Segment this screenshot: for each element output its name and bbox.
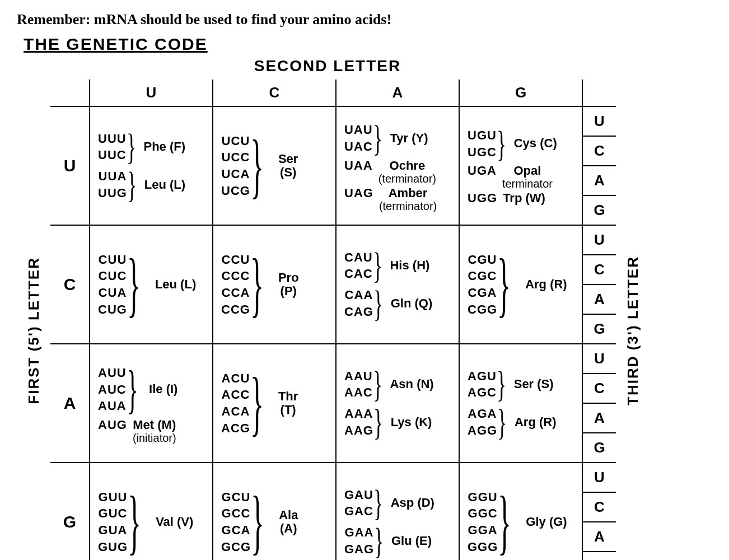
codon: GUG <box>98 539 128 556</box>
codon: AUG <box>98 417 127 433</box>
amino-acid-label: Ala(A) <box>279 508 298 535</box>
third-letter-A-U: U <box>582 344 616 374</box>
col-header-G: G <box>459 80 582 106</box>
amino-acid-label: Phe (F) <box>143 140 185 153</box>
codon: CGU <box>468 251 497 268</box>
corner-blank <box>50 80 90 106</box>
cell-G-U: GUUGUCGUAGUG}Val (V) <box>90 463 213 560</box>
cell-U-A: UAUUAC}Tyr (Y)UAAOchre(terminator)UAGAmb… <box>336 106 459 225</box>
codon: AGG <box>468 422 497 439</box>
col-header-C: C <box>213 80 336 106</box>
codon: GGU <box>468 489 498 506</box>
codon-list: ACUACCACAACG <box>221 370 250 437</box>
amino-acid-label: Ser (S) <box>514 377 554 391</box>
codon: AGU <box>468 368 497 385</box>
codon: CGC <box>468 268 497 284</box>
codon-list: UCUUCCUCAUCG <box>221 133 250 199</box>
codon-list: CAUCAC <box>344 249 373 282</box>
codon-list: UUUUUC <box>98 130 127 164</box>
codon: CGG <box>468 301 497 318</box>
codon: CAG <box>344 304 373 320</box>
cell-C-U: CUUCUCCUACUG}Leu (L) <box>90 225 213 344</box>
third-letter-U-C: C <box>582 136 616 166</box>
col-header-A: A <box>336 80 459 106</box>
third-letter-G-U: U <box>582 463 616 492</box>
codon: ACA <box>221 403 250 420</box>
row-header-U: U <box>50 106 90 225</box>
codon: UAU <box>344 122 373 138</box>
codon-list: AUUAUCAUA <box>98 365 127 414</box>
codon: AAA <box>344 405 373 422</box>
third-letter-C-G: G <box>582 314 616 344</box>
codon-list: UUAUUG <box>98 168 127 201</box>
page-title: THE GENETIC CODE <box>24 35 712 54</box>
codon: GCA <box>221 522 251 539</box>
codon: GCG <box>221 539 251 556</box>
codon-table: U C A G UUUUUUC}Phe (F)UUAUUG}Leu (L)UCU… <box>50 80 616 560</box>
codon-list: AGUAGC <box>468 368 497 401</box>
row-header-G: G <box>50 463 90 560</box>
codon: CUC <box>98 268 127 284</box>
codon: AUC <box>98 381 127 398</box>
codon-list: CCUCCCCCACCG <box>221 251 250 318</box>
codon-list: CAACAG <box>344 287 373 320</box>
third-letter-C-U: U <box>582 225 616 255</box>
codon: UUA <box>98 168 127 185</box>
codon: CCA <box>221 284 250 301</box>
codon-list: CGUCGCCGACGG <box>468 251 497 318</box>
corner-blank-right <box>582 80 616 106</box>
codon: UAA <box>344 157 373 174</box>
codon: AGA <box>468 405 497 422</box>
codon: UGC <box>468 144 497 161</box>
brace-icon: } <box>127 134 137 160</box>
brace-icon: } <box>250 259 264 310</box>
cell-U-C: UCUUCCUCAUCG}Ser(S) <box>213 106 336 225</box>
third-letter-A-A: A <box>582 403 616 433</box>
brace-icon: } <box>250 378 264 429</box>
brace-icon: } <box>497 259 511 310</box>
amino-acid-label: Cys (C) <box>514 137 557 150</box>
codon: CUU <box>98 251 127 268</box>
brace-icon: } <box>373 253 383 278</box>
codon: AUU <box>98 365 127 381</box>
brace-icon: } <box>373 409 384 435</box>
amino-acid-label: Arg (R) <box>525 278 567 291</box>
codon: UAC <box>344 138 373 155</box>
cell-C-A: CAUCAC}His (H)CAACAG}Gln (Q) <box>336 225 459 344</box>
cell-A-G: AGUAGC}Ser (S)AGAAGG}Arg (R) <box>459 344 582 463</box>
codon: CCU <box>221 251 250 268</box>
third-letter-A-C: C <box>582 374 616 403</box>
codon: GGG <box>468 539 498 556</box>
codon: GUU <box>98 489 128 506</box>
brace-icon: } <box>128 497 142 548</box>
brace-icon: } <box>373 125 383 151</box>
codon: GAC <box>344 503 373 520</box>
codon: GCC <box>221 505 251 522</box>
codon: GGA <box>468 522 498 539</box>
row-header-A: A <box>50 344 90 463</box>
amino-acid-label: Tyr (Y) <box>390 132 428 145</box>
third-letter-G-A: A <box>582 522 616 552</box>
amino-acid-label: Gln (Q) <box>391 297 433 310</box>
third-letter-U-G: G <box>582 195 616 225</box>
codon: UUU <box>98 130 127 147</box>
codon: CUA <box>98 284 127 301</box>
brace-icon: } <box>373 490 384 516</box>
codon: CGA <box>468 284 497 301</box>
codon: UCA <box>221 166 250 183</box>
cell-U-G: UGUUGC}Cys (C)UGAOpalterminatorUGGTrp (W… <box>459 106 582 225</box>
codon: UCU <box>221 133 250 150</box>
cell-C-G: CGUCGCCGACGG}Arg (R) <box>459 225 582 344</box>
codon-list: GAAGAG <box>344 524 374 557</box>
cell-A-A: AAUAAC}Asn (N)AAAAAG}Lys (K) <box>336 344 459 463</box>
amino-acid-label: Pro(P) <box>278 271 299 298</box>
codon-list: CUUCUCCUACUG <box>98 251 127 318</box>
codon: AAC <box>344 384 373 401</box>
brace-icon: } <box>373 371 383 397</box>
amino-acid-label: Amber(terminator) <box>379 186 437 212</box>
third-letter-C-C: C <box>582 255 616 284</box>
amino-acid-label: Leu (L) <box>155 278 196 291</box>
amino-acid-label: Trp (W) <box>503 192 545 205</box>
axis-left-label: FIRST (5') LETTER <box>25 257 43 404</box>
codon: CCG <box>221 301 250 318</box>
